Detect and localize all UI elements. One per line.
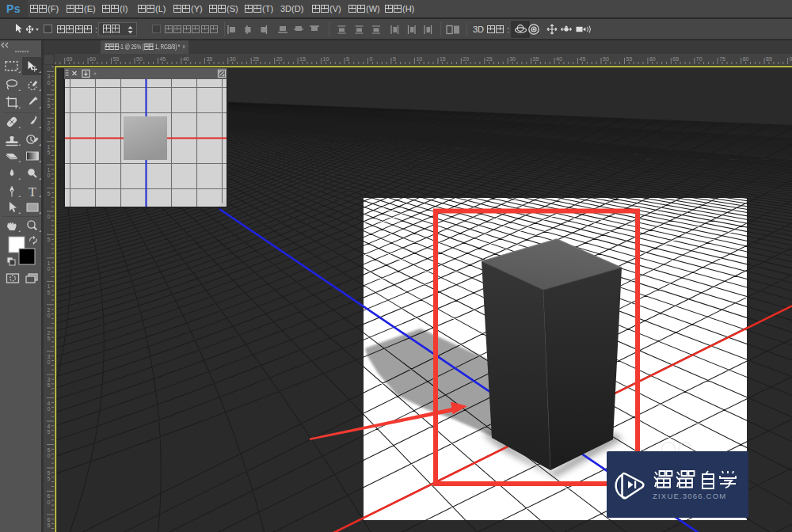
svg-text:0: 0 [48,406,51,412]
svg-text:2: 2 [48,330,51,336]
svg-text:0: 0 [48,126,51,131]
svg-text:5: 5 [48,429,51,435]
svg-text:30: 30 [230,56,236,62]
svg-text:10: 10 [416,56,422,62]
svg-text:25: 25 [253,56,259,62]
svg-text:70: 70 [696,56,703,62]
svg-text:2: 2 [48,307,51,313]
svg-text:5: 5 [48,476,51,481]
svg-text:0: 0 [48,80,51,86]
svg-text:2: 2 [48,97,51,103]
svg-text:3: 3 [48,377,51,382]
svg-text:45: 45 [580,56,586,62]
svg-text:2: 2 [48,120,51,126]
svg-text:40: 40 [556,56,562,62]
svg-text:0: 0 [48,173,51,178]
svg-text:35: 35 [533,56,539,62]
svg-text:6: 6 [48,493,51,499]
svg-text:0: 0 [48,214,51,219]
svg-text:T: T [29,185,36,199]
svg-text:55: 55 [626,56,633,62]
svg-text:1: 1 [48,260,51,266]
svg-text:5: 5 [48,237,51,242]
svg-text:65: 65 [672,56,679,62]
svg-text:75: 75 [719,56,725,62]
svg-text:5: 5 [48,470,51,476]
svg-text:15: 15 [440,56,446,62]
svg-text:0: 0 [48,359,51,365]
svg-text:3: 3 [48,74,51,79]
svg-text:1: 1 [48,167,51,173]
svg-text:65: 65 [67,56,73,62]
svg-text:5: 5 [48,382,51,388]
svg-text:5: 5 [48,150,51,155]
svg-text:1: 1 [48,283,51,289]
svg-text:85: 85 [766,56,772,62]
svg-text:6: 6 [48,517,51,522]
svg-text:0: 0 [48,313,51,318]
svg-text:0: 0 [48,266,51,272]
svg-text:50: 50 [136,56,143,62]
svg-text:5: 5 [48,447,51,453]
svg-text:60: 60 [649,56,656,62]
svg-text:55: 55 [113,56,120,62]
svg-text:4: 4 [48,424,51,429]
svg-text:35: 35 [206,56,212,62]
svg-text:0: 0 [48,453,51,458]
svg-text:30: 30 [509,56,516,62]
svg-text:10: 10 [323,56,329,62]
svg-text:20: 20 [463,56,469,62]
svg-text:40: 40 [183,56,189,62]
svg-text:80: 80 [743,56,749,62]
svg-text:ZIXUE.3066.COM: ZIXUE.3066.COM [653,492,726,500]
svg-text:45: 45 [159,56,166,62]
svg-text:5: 5 [393,56,396,62]
svg-text:5: 5 [48,103,51,108]
svg-text:15: 15 [299,56,306,62]
svg-text:25: 25 [486,56,493,62]
svg-text:5: 5 [48,522,51,528]
svg-text:0: 0 [370,56,373,62]
svg-text:0: 0 [48,500,51,505]
svg-text:3: 3 [48,354,51,359]
svg-text:5: 5 [48,336,51,341]
svg-text:1: 1 [48,144,51,150]
svg-text:50: 50 [603,56,609,62]
svg-text:5: 5 [346,56,349,62]
svg-text:5: 5 [48,191,51,196]
svg-text:60: 60 [89,56,96,62]
svg-text:90: 90 [790,56,792,62]
svg-text:4: 4 [48,401,51,406]
svg-text:5: 5 [48,290,51,295]
svg-text:20: 20 [276,56,283,62]
